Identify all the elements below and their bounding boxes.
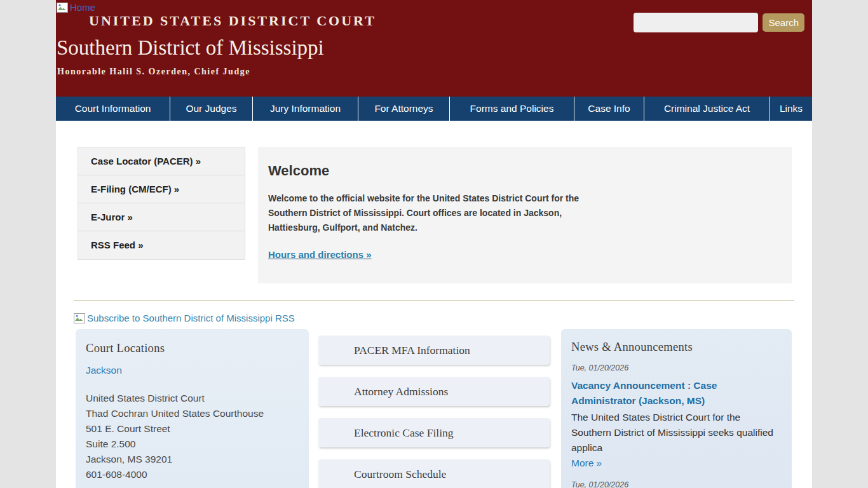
search-area: Search xyxy=(634,13,804,32)
page: Home UNITED STATES DISTRICT COURT Southe… xyxy=(56,0,812,488)
main-content: Case Locator (PACER) » E-Filing (CM/ECF)… xyxy=(56,121,812,488)
rss-subscribe-label: Subscribe to Southern District of Missis… xyxy=(87,313,295,323)
search-button[interactable]: Search xyxy=(763,13,804,32)
sidebar-item-rss-feed[interactable]: RSS Feed » xyxy=(78,231,245,259)
site-header: Home UNITED STATES DISTRICT COURT Southe… xyxy=(56,0,812,97)
news-item-date: Tue, 01/20/2026 xyxy=(571,363,782,372)
court-locations-panel: Court Locations Jackson United States Di… xyxy=(76,329,309,488)
court-locations-title: Court Locations xyxy=(86,342,299,355)
sidebar-item-efiling-cmecf[interactable]: E-Filing (CM/ECF) » xyxy=(78,175,245,203)
nav-item-criminal-justice-act[interactable]: Criminal Justice Act xyxy=(644,97,770,121)
court-address: United States District Court Thad Cochra… xyxy=(86,391,299,482)
news-item: Tue, 01/20/2026 Vacancy Announcement : C… xyxy=(571,363,782,471)
chief-judge-tagline: Honorable Halil S. Ozerden, Chief Judge xyxy=(57,67,250,77)
quick-links-column: PACER MFA Information Attorney Admission… xyxy=(318,329,550,488)
news-item: Tue, 01/20/2026 Vacancy Announcement : C… xyxy=(571,480,782,488)
news-item-date: Tue, 01/20/2026 xyxy=(571,480,782,488)
pacer-mfa-information-button[interactable]: PACER MFA Information xyxy=(318,336,550,365)
home-link[interactable]: Home xyxy=(57,2,95,13)
nav-item-court-information[interactable]: Court Information xyxy=(56,97,170,121)
nav-item-jury-information[interactable]: Jury Information xyxy=(252,97,358,121)
lower-columns: Court Locations Jackson United States Di… xyxy=(76,329,792,488)
welcome-text: Welcome to the official website for the … xyxy=(268,191,599,235)
main-navigation: Court Information Our Judges Jury Inform… xyxy=(56,97,812,121)
address-line: Jackson, MS 39201 xyxy=(86,452,299,467)
jackson-location-link[interactable]: Jackson xyxy=(86,365,122,376)
nav-item-our-judges[interactable]: Our Judges xyxy=(170,97,252,121)
address-line: 601-608-4000 xyxy=(86,467,299,482)
sidebar-menu: Case Locator (PACER) » E-Filing (CM/ECF)… xyxy=(78,147,245,260)
news-announcements-panel: News & Announcements Tue, 01/20/2026 Vac… xyxy=(561,329,792,488)
welcome-panel: Welcome Welcome to the official website … xyxy=(258,147,792,283)
nav-item-case-info[interactable]: Case Info xyxy=(574,97,644,121)
attorney-admissions-button[interactable]: Attorney Admissions xyxy=(318,377,550,406)
rss-subscribe-link[interactable]: Subscribe to Southern District of Missis… xyxy=(74,313,295,323)
news-item-excerpt: The United States District Court for the… xyxy=(571,410,782,456)
broken-image-icon xyxy=(74,313,85,323)
nav-item-links[interactable]: Links xyxy=(770,97,812,121)
address-line: United States District Court xyxy=(86,391,299,406)
nav-item-forms-and-policies[interactable]: Forms and Policies xyxy=(449,97,574,121)
sidebar-item-case-locator-pacer[interactable]: Case Locator (PACER) » xyxy=(78,147,245,175)
address-line: Suite 2.500 xyxy=(86,437,299,452)
courtroom-schedule-button[interactable]: Courtroom Schedule xyxy=(318,459,550,488)
site-title: Southern District of Mississippi xyxy=(57,36,324,60)
address-line: 501 E. Court Street xyxy=(86,421,299,437)
news-more-link[interactable]: More » xyxy=(571,458,602,468)
welcome-title: Welcome xyxy=(268,163,782,179)
home-link-label: Home xyxy=(70,2,95,13)
search-input[interactable] xyxy=(634,13,758,32)
sidebar-item-ejuror[interactable]: E-Juror » xyxy=(78,203,245,231)
nav-item-for-attorneys[interactable]: For Attorneys xyxy=(358,97,449,121)
hours-and-directions-link[interactable]: Hours and directions » xyxy=(268,249,372,260)
address-line: Thad Cochran United States Courthouse xyxy=(86,406,299,421)
news-item-title-link[interactable]: Vacancy Announcement : Case Administrato… xyxy=(571,378,782,409)
court-eyebrow-title: UNITED STATES DISTRICT COURT xyxy=(89,13,376,29)
news-title: News & Announcements xyxy=(571,341,782,354)
electronic-case-filing-button[interactable]: Electronic Case Filing xyxy=(318,418,550,447)
section-divider xyxy=(74,300,794,301)
broken-image-icon xyxy=(57,3,68,13)
